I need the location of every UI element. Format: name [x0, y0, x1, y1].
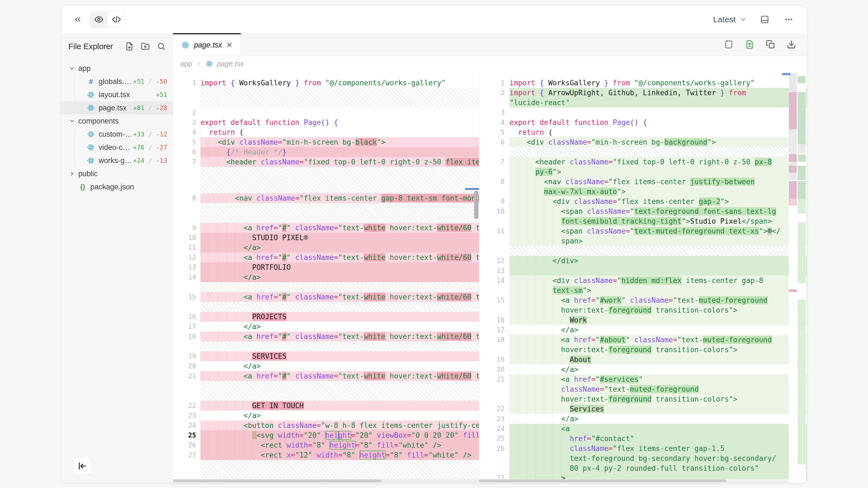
diff-pane-original[interactable]: 1import { WorksGallery } from "@/compone… — [173, 71, 479, 483]
file-explorer-sidebar: File Explorer app#globals.css+51 / -50la… — [61, 33, 173, 483]
diff-minimap[interactable] — [789, 71, 806, 483]
vertical-scrollbar[interactable] — [474, 191, 478, 219]
sidebar-item-globals-css[interactable]: #globals.css+51 / -50 — [61, 75, 173, 88]
sidebar-item-app[interactable]: app — [61, 62, 173, 75]
diff-pane-modified[interactable]: 1import { WorksGallery } from "@/compone… — [479, 71, 807, 483]
tab-label: page.tsx — [194, 41, 222, 50]
file-label: layout.tsx — [99, 91, 156, 99]
react-icon — [181, 41, 189, 49]
diff-stats-badge: +81 / -28 — [133, 104, 173, 111]
sidebar-item-layout-tsx[interactable]: layout.tsx+51 — [61, 88, 173, 101]
code-line: 4 return ( — [173, 127, 479, 137]
line-number: 8 — [173, 193, 200, 203]
sidebar-item-public[interactable]: public — [61, 167, 173, 180]
react-icon — [87, 157, 95, 164]
file-label: components — [78, 117, 173, 125]
split-view-button[interactable] — [724, 40, 734, 49]
chevron-right-icon — [69, 171, 75, 177]
line-number: 20 — [479, 364, 509, 375]
code-line: 17 </a> — [479, 325, 807, 335]
chevron-right-icon — [196, 61, 202, 67]
line-number: 12 — [173, 253, 200, 262]
code-line: 15 <a href="#work" className="text-muted… — [479, 295, 807, 315]
diff-stats-badge: +33 / -12 — [133, 131, 173, 138]
line-number: 7 — [173, 157, 200, 167]
code-line: 3export default function Page() { — [173, 118, 479, 127]
code-line: 25 href="#contact" — [479, 434, 807, 444]
file-label: globals.css — [99, 77, 133, 86]
diff-stats-badge: +51 — [156, 91, 173, 98]
code-line: 5 <div className="min-h-screen bg-black"… — [173, 137, 479, 147]
new-folder-button[interactable] — [141, 42, 150, 51]
breadcrumb-file: page.tsx — [217, 60, 244, 68]
preview-toggle-button[interactable] — [90, 11, 108, 27]
line-number: 15 — [479, 295, 509, 315]
sidebar-item-components[interactable]: components — [61, 115, 173, 128]
copy-button[interactable] — [766, 40, 775, 49]
horizontal-scrollbar-left[interactable] — [173, 479, 479, 483]
chevron-down-icon — [739, 16, 747, 23]
diff-view-button[interactable] — [745, 40, 754, 49]
more-options-button[interactable] — [783, 13, 795, 26]
tab-page-tsx[interactable]: page.tsx ✕ — [173, 33, 241, 56]
new-file-icon — [125, 42, 134, 51]
line-number: 22 — [173, 401, 200, 411]
file-label: video-card.tsx — [99, 143, 133, 152]
diff-gap-spacer — [173, 203, 479, 223]
chevron-down-icon — [69, 118, 75, 124]
code-icon — [112, 15, 121, 24]
download-button[interactable] — [787, 40, 796, 49]
search-button[interactable] — [157, 42, 166, 51]
code-line: 14 <div className="hidden md:flex items-… — [479, 275, 807, 295]
sidebar-item-video-card-tsx[interactable]: video-card.tsx+76 / -27 — [61, 141, 173, 154]
code-line: 18 <a href="#about" className="text-mute… — [479, 335, 807, 355]
code-line: 25 <svg width="20" height="20" viewBox="… — [173, 430, 479, 440]
sidebar-item-works-galler-[interactable]: works-galler…+24 / -13 — [61, 154, 173, 167]
collapse-panel-button[interactable] — [72, 13, 84, 26]
editor-area: page.tsx ✕ — [173, 33, 807, 483]
new-file-button[interactable] — [125, 42, 134, 51]
horizontal-scrollbar-right[interactable] — [479, 479, 807, 483]
split-view-icon — [724, 40, 734, 49]
diff-gap-spacer — [479, 246, 807, 256]
line-number: 23 — [479, 414, 509, 424]
line-number: 11 — [479, 226, 509, 246]
collapse-sidebar-button[interactable] — [73, 457, 91, 475]
react-icon — [87, 130, 95, 138]
sidebar-item-package-json[interactable]: {}package.json — [61, 180, 173, 194]
sidebar-item-custom-curs-[interactable]: custom-curs…+33 / -12 — [61, 128, 173, 141]
editor-window: Latest File Explorer — [61, 5, 807, 483]
code-toggle-button[interactable] — [108, 11, 125, 27]
line-number: 17 — [173, 322, 200, 331]
react-icon — [87, 143, 95, 151]
line-number: 19 — [173, 351, 200, 361]
panel-bottom-button[interactable] — [759, 13, 771, 26]
line-number: 4 — [479, 118, 509, 127]
minimap-viewport-indicator — [782, 73, 790, 75]
code-line: 1import { WorksGallery } from "@/compone… — [173, 78, 479, 88]
code-line: 9 <div className="flex items-center gap-… — [479, 197, 807, 206]
code-line: 21 <a href="#" className="text-white hov… — [173, 371, 479, 381]
line-number: 11 — [173, 242, 200, 253]
breadcrumb-folder[interactable]: app — [180, 60, 192, 68]
version-selector[interactable]: Latest — [713, 15, 747, 24]
top-toolbar: Latest — [61, 6, 807, 33]
code-line: 23 </a> — [173, 411, 479, 421]
code-line: 10 <span className="text-foreground font… — [479, 206, 807, 226]
react-icon — [87, 91, 95, 99]
line-number: 3 — [173, 118, 200, 127]
copy-icon — [766, 40, 775, 49]
code-line: 26 className="flex items-center gap-1.5 … — [479, 444, 807, 473]
code-line: 13 PORTFOLIO — [173, 262, 479, 272]
braces-icon: {} — [80, 183, 86, 191]
code-line: 16 PROJECTS — [173, 312, 479, 322]
sidebar-item-page-tsx[interactable]: page.tsx+81 / -28 — [61, 101, 173, 115]
diff-gap-spacer — [479, 147, 807, 157]
close-tab-icon[interactable]: ✕ — [226, 41, 232, 50]
ellipsis-icon — [784, 14, 793, 25]
code-line: 13 — [479, 266, 807, 275]
line-number: 24 — [479, 424, 509, 434]
file-label: package.json — [90, 183, 173, 191]
code-line: 20 </a> — [173, 361, 479, 371]
file-tree: app#globals.css+51 / -50layout.tsx+51pag… — [61, 60, 173, 194]
